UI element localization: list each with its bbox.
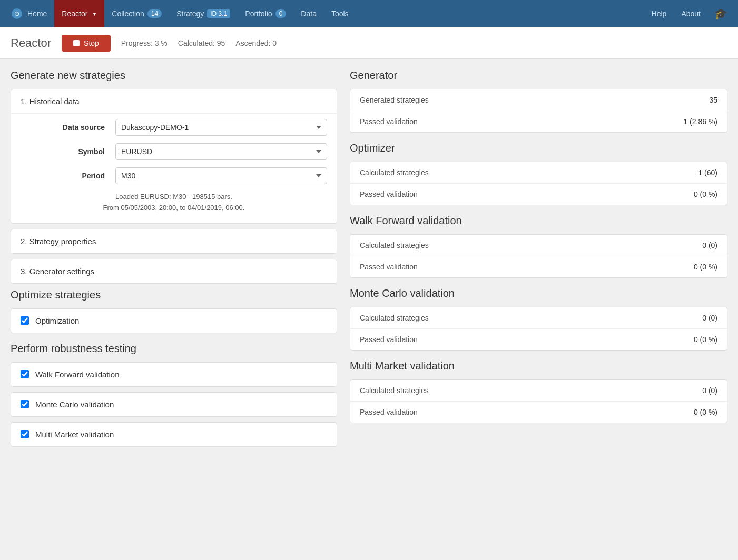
strategy-id-badge: ID 3.1	[207, 9, 230, 18]
nav-about-label: About	[681, 9, 701, 18]
wf-value-0: 0 (0)	[702, 241, 717, 249]
stop-button[interactable]: Stop	[62, 35, 111, 52]
monte-carlo-checkbox[interactable]	[21, 400, 29, 408]
reactor-dropdown-icon: ▼	[92, 11, 97, 17]
generator-label-0: Generated strategies	[360, 96, 429, 104]
period-row: Period M30	[21, 167, 327, 184]
nav-collection-label: Collection	[112, 9, 144, 18]
walk-forward-card: Walk Forward validation	[11, 362, 337, 387]
generator-row-0: Generated strategies 35	[350, 89, 727, 111]
nav-strategy[interactable]: Strategy ID 3.1	[169, 0, 238, 27]
historical-data-card: 1. Historical data Data source Dukascopy…	[11, 89, 337, 224]
wf-label-1: Passed validation	[360, 263, 418, 271]
walk-forward-label: Walk Forward validation	[35, 370, 120, 379]
generator-settings-header[interactable]: 3. Generator settings	[11, 259, 337, 283]
mc-value-0: 0 (0)	[702, 314, 717, 322]
nav-reactor-label: Reactor	[62, 9, 87, 18]
mm-stats-card: Calculated strategies 0 (0) Passed valid…	[350, 379, 727, 423]
generator-stats-card: Generated strategies 35 Passed validatio…	[350, 89, 727, 133]
period-label: Period	[21, 172, 105, 180]
left-panel: Generate new strategies 1. Historical da…	[11, 69, 337, 456]
mm-title: Multi Market validation	[350, 360, 727, 372]
optimization-checkbox[interactable]	[21, 316, 29, 325]
optimizer-label-0: Calculated strategies	[360, 168, 429, 177]
monte-carlo-row: Monte Carlo validation	[11, 393, 337, 416]
home-icon: ⊙	[12, 8, 22, 19]
mm-row-1: Passed validation 0 (0 %)	[350, 402, 727, 423]
mc-value-1: 0 (0 %)	[694, 335, 717, 344]
optimization-label: Optimization	[35, 316, 79, 325]
loaded-info: Loaded EURUSD; M30 - 198515 bars. From 0…	[21, 192, 327, 214]
mc-row-1: Passed validation 0 (0 %)	[350, 329, 727, 350]
nav-portfolio[interactable]: Portfolio 0	[238, 0, 293, 27]
generator-value-0: 35	[709, 96, 717, 104]
optimize-section: Optimize strategies Optimization	[11, 289, 337, 333]
main-content: Generate new strategies 1. Historical da…	[0, 59, 738, 467]
loaded-line2: From 05/05/2003, 20:00, to 04/01/2019, 0…	[21, 203, 327, 214]
historical-data-body: Data source Dukascopy-DEMO-1 Symbol EURU…	[11, 113, 337, 223]
mm-value-1: 0 (0 %)	[694, 408, 717, 416]
navbar: ⊙ Home Reactor ▼ Collection 14 Strategy …	[0, 0, 738, 27]
mm-value-0: 0 (0)	[702, 386, 717, 395]
mc-label-1: Passed validation	[360, 335, 418, 344]
wf-label-0: Calculated strategies	[360, 241, 429, 249]
nav-data[interactable]: Data	[293, 0, 324, 27]
wf-row-0: Calculated strategies 0 (0)	[350, 235, 727, 256]
multi-market-label: Multi Market validation	[35, 430, 114, 439]
monte-carlo-label: Monte Carlo validation	[35, 400, 114, 409]
generator-title: Generator	[350, 69, 727, 82]
generator-value-1: 1 (2.86 %)	[683, 117, 717, 126]
strategy-properties-header[interactable]: 2. Strategy properties	[11, 229, 337, 253]
nav-help-label: Help	[652, 9, 667, 18]
period-select[interactable]: M30	[115, 167, 327, 184]
portfolio-badge: 0	[275, 9, 287, 18]
generator-row-1: Passed validation 1 (2.86 %)	[350, 111, 727, 132]
nav-portfolio-label: Portfolio	[245, 9, 272, 18]
generator-settings-card: 3. Generator settings	[11, 259, 337, 284]
monte-carlo-card: Monte Carlo validation	[11, 392, 337, 417]
wf-value-1: 0 (0 %)	[694, 263, 717, 271]
optimizer-label-1: Passed validation	[360, 190, 418, 198]
walk-forward-row: Walk Forward validation	[11, 363, 337, 386]
stop-label: Stop	[84, 39, 99, 47]
mm-row-0: Calculated strategies 0 (0)	[350, 380, 727, 402]
symbol-select[interactable]: EURUSD	[115, 143, 327, 160]
mc-title: Monte Carlo validation	[350, 287, 727, 299]
mm-label-0: Calculated strategies	[360, 386, 429, 395]
nav-strategy-label: Strategy	[176, 9, 204, 18]
mc-stats-card: Calculated strategies 0 (0) Passed valid…	[350, 307, 727, 351]
mc-label-0: Calculated strategies	[360, 314, 429, 322]
optimize-title: Optimize strategies	[11, 289, 337, 301]
multi-market-card: Multi Market validation	[11, 422, 337, 447]
toolbar: Reactor Stop Progress: 3 % Calculated: 9…	[0, 27, 738, 59]
nav-collection[interactable]: Collection 14	[104, 0, 169, 27]
nav-about[interactable]: About	[674, 0, 708, 27]
strategy-properties-card: 2. Strategy properties	[11, 229, 337, 254]
wf-row-1: Passed validation 0 (0 %)	[350, 256, 727, 277]
ascended-stat: Ascended: 0	[235, 39, 277, 47]
mm-label-1: Passed validation	[360, 408, 418, 416]
optimizer-value-0: 1 (60)	[698, 168, 717, 177]
nav-home-label: Home	[27, 9, 47, 18]
generator-label-1: Passed validation	[360, 117, 418, 126]
graduation-icon: 🎓	[708, 7, 734, 20]
symbol-row: Symbol EURUSD	[21, 143, 327, 160]
multi-market-checkbox[interactable]	[21, 430, 29, 438]
wf-stats-card: Calculated strategies 0 (0) Passed valid…	[350, 234, 727, 278]
wf-title: Walk Forward validation	[350, 215, 727, 227]
progress-stat: Progress: 3 %	[121, 39, 168, 47]
nav-tools-label: Tools	[331, 9, 349, 18]
nav-home[interactable]: ⊙ Home	[4, 0, 54, 27]
nav-help[interactable]: Help	[644, 0, 674, 27]
robustness-section: Perform robustness testing Walk Forward …	[11, 343, 337, 447]
historical-data-header[interactable]: 1. Historical data	[11, 89, 337, 113]
nav-data-label: Data	[301, 9, 317, 18]
optimization-card: Optimization	[11, 308, 337, 333]
walk-forward-checkbox[interactable]	[21, 370, 29, 378]
stop-icon	[73, 40, 80, 46]
nav-tools[interactable]: Tools	[324, 0, 356, 27]
multi-market-row: Multi Market validation	[11, 423, 337, 446]
nav-reactor[interactable]: Reactor ▼	[54, 0, 104, 27]
robustness-title: Perform robustness testing	[11, 343, 337, 355]
data-source-select[interactable]: Dukascopy-DEMO-1	[115, 119, 327, 136]
